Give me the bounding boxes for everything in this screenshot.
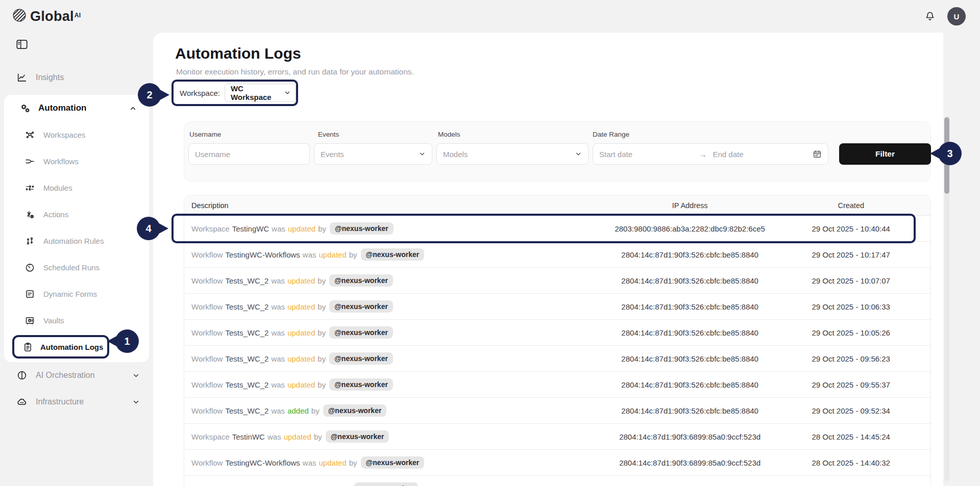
description-cell: WorkflowTestingWC-Workflowswasaddedby@ne… bbox=[184, 482, 608, 486]
sidebar-item-label: Workflows bbox=[43, 157, 79, 166]
events-select[interactable]: Events bbox=[314, 143, 432, 165]
actor-badge: @nexus-worker bbox=[354, 482, 418, 486]
actor-badge: @nexus-worker bbox=[329, 378, 393, 391]
username-filter-label: Username bbox=[189, 131, 221, 138]
action-label: updated bbox=[288, 224, 315, 233]
modules-icon bbox=[24, 183, 35, 193]
actor-badge: @nexus-worker bbox=[329, 326, 393, 339]
table-row[interactable]: WorkflowTestingWC-Workflowswasaddedby@ne… bbox=[184, 476, 930, 486]
column-header-ip: IP Address bbox=[608, 201, 772, 210]
start-date-placeholder: Start date bbox=[599, 150, 695, 159]
table-row[interactable]: WorkflowTests_WC_2wasupdatedby@nexus-wor… bbox=[184, 346, 930, 372]
sidebar-item-infrastructure[interactable]: Infrastructure bbox=[0, 389, 153, 415]
actor-badge: @nexus-worker bbox=[330, 222, 394, 235]
main-content: Automation Logs Monitor execution histor… bbox=[153, 33, 943, 486]
top-bar-right: U bbox=[924, 7, 966, 25]
daterange-filter-label: Date Range bbox=[593, 131, 629, 138]
actor-badge: @nexus-worker bbox=[326, 430, 389, 443]
action-label: added bbox=[287, 406, 309, 415]
connector-by: by bbox=[317, 302, 326, 311]
table-row[interactable]: WorkspaceTestingWCwasupdatedby@nexus-wor… bbox=[184, 216, 930, 242]
table-row[interactable]: WorkflowTests_WC_2wasupdatedby@nexus-wor… bbox=[184, 294, 930, 320]
workspaces-icon bbox=[24, 130, 35, 140]
callout-tip bbox=[157, 88, 169, 101]
connector-was: was bbox=[267, 432, 281, 441]
ip-cell: 2804:14c:87d1:90f3:526:cbfc:be85:8840 bbox=[608, 354, 772, 363]
username-input[interactable] bbox=[188, 143, 310, 165]
workspace-selector: Workspace: WC Workspace bbox=[172, 80, 298, 106]
sidebar-item-workspaces[interactable]: Workspaces bbox=[4, 121, 149, 148]
table-row[interactable]: WorkflowTests_WC_2wasupdatedby@nexus-wor… bbox=[184, 268, 930, 294]
chevron-down-icon bbox=[132, 372, 140, 379]
sidebar-item-scheduled-runs[interactable]: Scheduled Runs bbox=[4, 254, 149, 280]
description-cell: WorkflowTests_WC_2wasupdatedby@nexus-wor… bbox=[184, 300, 608, 313]
page-subtitle: Monitor execution history, errors, and r… bbox=[176, 67, 414, 76]
created-cell: 29 Oct 2025 - 10:17:47 bbox=[771, 250, 930, 259]
dynamic-forms-icon bbox=[24, 289, 35, 299]
connector-by: by bbox=[349, 250, 357, 259]
entity-type: Workspace bbox=[191, 432, 230, 441]
sidebar-item-insights[interactable]: Insights bbox=[0, 64, 153, 91]
sidebar-item-automation-logs-active[interactable]: Automation Logs bbox=[12, 335, 109, 359]
created-cell: 28 Oct 2025 - 14:40:05 bbox=[771, 484, 930, 486]
entity-name: TestingWC-Workflows bbox=[225, 484, 300, 486]
entity-type: Workflow bbox=[191, 406, 223, 415]
workspace-dropdown[interactable]: WC Workspace bbox=[225, 84, 296, 102]
ip-cell: 2804:14c:87d1:90f3:526:cbfc:be85:8840 bbox=[608, 328, 772, 337]
column-header-description: Description bbox=[184, 201, 608, 210]
filter-button[interactable]: Filter bbox=[839, 143, 931, 165]
table-row[interactable]: WorkflowTests_WC_2wasupdatedby@nexus-wor… bbox=[184, 320, 930, 346]
created-cell: 28 Oct 2025 - 14:40:32 bbox=[771, 458, 930, 467]
scrollbar[interactable] bbox=[944, 116, 949, 481]
logo-sphere-icon bbox=[12, 8, 27, 22]
daterange-picker[interactable]: Start date → End date bbox=[593, 143, 828, 165]
entity-name: Tests_WC_2 bbox=[225, 328, 268, 337]
chevron-down-icon bbox=[132, 398, 140, 406]
sidebar-item-automation[interactable]: Automation bbox=[4, 95, 149, 121]
chevron-down-icon bbox=[575, 150, 582, 158]
sidebar-item-modules[interactable]: Modules bbox=[4, 174, 149, 201]
created-cell: 29 Oct 2025 - 09:55:37 bbox=[771, 380, 930, 389]
created-cell: 29 Oct 2025 - 09:52:34 bbox=[771, 406, 930, 415]
ip-cell: 2804:14c:87d1:90f3:6899:85a0:9ccf:523d bbox=[608, 458, 772, 467]
created-cell: 29 Oct 2025 - 10:06:33 bbox=[771, 302, 930, 311]
connector-was: was bbox=[303, 458, 316, 467]
sidebar-item-dynamic-forms[interactable]: Dynamic Forms bbox=[4, 280, 149, 307]
date-arrow-separator: → bbox=[699, 150, 707, 159]
entity-name: TestingWC bbox=[232, 224, 270, 233]
workspace-value: WC Workspace bbox=[231, 84, 280, 101]
chevron-down-icon bbox=[419, 150, 426, 158]
table-row[interactable]: WorkflowTestingWC-Workflowswasupdatedby@… bbox=[184, 242, 930, 268]
brand-logo: GlobalAI bbox=[12, 8, 80, 24]
table-row[interactable]: WorkflowTests_WC_2wasaddedby@nexus-worke… bbox=[184, 398, 930, 424]
entity-type: Workflow bbox=[191, 328, 223, 337]
sidebar-item-actions[interactable]: Actions bbox=[4, 201, 149, 227]
table-row[interactable]: WorkflowTestingWC-Workflowswasupdatedby@… bbox=[184, 450, 930, 476]
workflows-icon bbox=[24, 156, 35, 167]
description-cell: WorkflowTests_WC_2wasaddedby@nexus-worke… bbox=[184, 404, 608, 417]
created-cell: 29 Oct 2025 - 10:07:07 bbox=[771, 276, 930, 285]
filter-panel: Username Events Models Date Range Events… bbox=[184, 121, 931, 182]
connector-by: by bbox=[314, 432, 322, 441]
user-avatar[interactable]: U bbox=[947, 7, 966, 25]
created-cell: 29 Oct 2025 - 10:05:26 bbox=[771, 328, 930, 337]
entity-name: Tests_WC_2 bbox=[225, 276, 268, 285]
models-select[interactable]: Models bbox=[436, 143, 589, 165]
connector-was: was bbox=[271, 380, 285, 389]
notifications-button[interactable] bbox=[924, 10, 936, 22]
bell-icon bbox=[924, 10, 936, 22]
sidebar-item-workflows[interactable]: Workflows bbox=[4, 148, 149, 174]
table-row[interactable]: WorkflowTests_WC_2wasupdatedby@nexus-wor… bbox=[184, 372, 930, 398]
sidebar-item-label: Modules bbox=[43, 184, 72, 192]
actor-badge: @nexus-worker bbox=[323, 404, 387, 417]
table-row[interactable]: WorkspaceTestinWCwasupdatedby@nexus-work… bbox=[184, 424, 930, 450]
entity-name: TestingWC-Workflows bbox=[225, 250, 300, 259]
sidebar-item-automation-rules[interactable]: Automation Rules bbox=[4, 227, 149, 254]
sidebar-toggle-button[interactable] bbox=[15, 38, 29, 51]
created-cell: 28 Oct 2025 - 14:45:24 bbox=[771, 432, 930, 441]
ip-cell: 2804:14c:87d1:90f3:526:cbfc:be85:8840 bbox=[608, 250, 772, 259]
sidebar-item-ai-orchestration[interactable]: AI Orchestration bbox=[0, 362, 153, 389]
brand-superscript: AI bbox=[75, 12, 81, 19]
action-label: updated bbox=[287, 276, 315, 285]
panel-toggle-icon bbox=[15, 38, 29, 51]
